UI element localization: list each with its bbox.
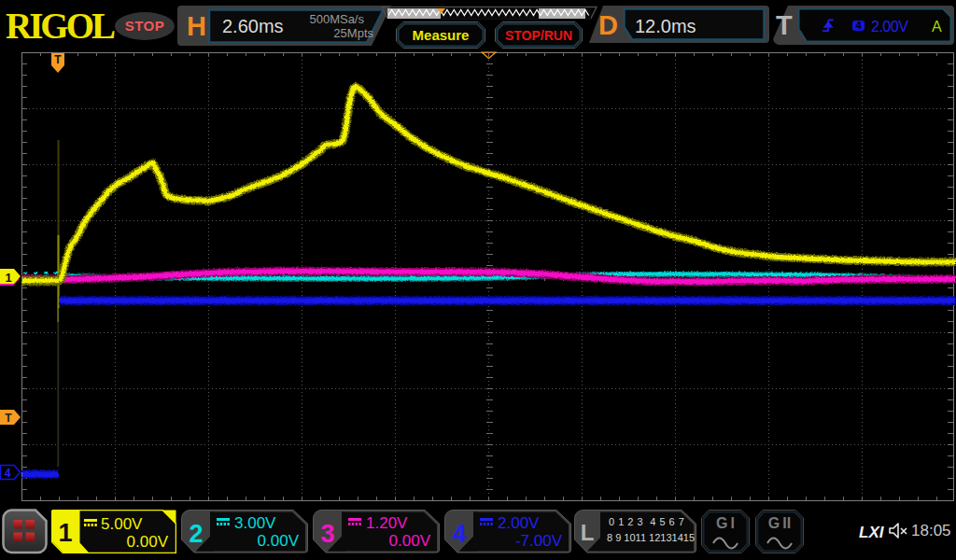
- svg-text:T: T: [5, 412, 12, 425]
- svg-text:G I: G I: [716, 515, 735, 531]
- svg-text:L: L: [581, 520, 595, 545]
- svg-text:3: 3: [320, 520, 334, 548]
- svg-text:G II: G II: [768, 515, 792, 531]
- svg-text:T: T: [54, 53, 62, 66]
- svg-text:Measure: Measure: [413, 27, 470, 43]
- svg-text:1: 1: [58, 519, 72, 547]
- svg-text:0 1 2 3 4 5 6 7: 0 1 2 3 4 5 6 7: [609, 516, 684, 527]
- svg-text:STOP/RUN: STOP/RUN: [505, 28, 572, 43]
- svg-text:1: 1: [5, 271, 11, 285]
- svg-text:8 9 1011 12131415: 8 9 1011 12131415: [607, 532, 695, 543]
- svg-text:4: 4: [5, 467, 11, 480]
- svg-text:2: 2: [189, 520, 203, 548]
- svg-text:4: 4: [452, 520, 466, 548]
